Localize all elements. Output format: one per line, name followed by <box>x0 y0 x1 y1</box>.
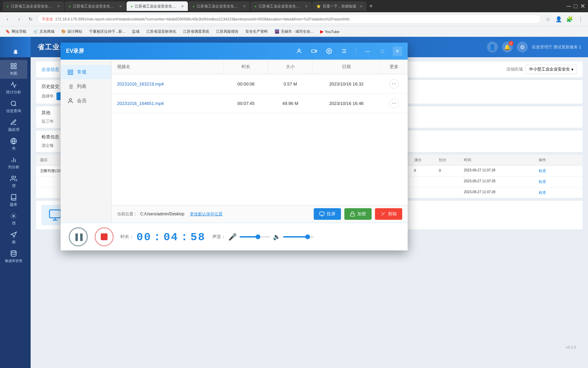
tab-6-close[interactable]: ✕ <box>360 4 362 8</box>
bookmark-youtube[interactable]: ▶ YouTube <box>317 29 342 35</box>
ev-dialog: EV录屏 — □ ✕ <box>61 43 408 250</box>
svg-rect-24 <box>68 70 70 72</box>
bookmark-star[interactable]: ☆ <box>543 14 553 24</box>
menu-icon[interactable]: ⋮ <box>576 14 585 24</box>
ev-file-size-2: 49.96 M <box>268 94 312 113</box>
bookmark-yancheng[interactable]: 盐城 <box>129 28 142 35</box>
bookmark-safety[interactable]: 安全生产资料 <box>243 28 271 35</box>
svg-point-18 <box>298 49 300 51</box>
bg-sidebar: 省工业 布图 统计分析 信息查询 题处理 布 <box>0 37 31 368</box>
ev-file-duration-2: 00:07:45 <box>224 94 268 113</box>
profile-icon[interactable]: 👤 <box>554 14 564 24</box>
sidebar-item-distribution: 布 <box>0 135 27 154</box>
ev-body: 常规 列表 会员 视频名 时长 大小 日期 更多 <box>61 60 408 223</box>
browser-minimize[interactable]: ─ <box>567 3 571 10</box>
svg-rect-0 <box>11 64 13 66</box>
new-tab-button[interactable]: + <box>367 3 375 10</box>
ev-file-area: 视频名 时长 大小 日期 更多 20231016_163219.mp4 00:0… <box>112 60 408 223</box>
sidebar-item-library: 题库 <box>0 191 27 210</box>
ev-file-more-2[interactable]: ··· <box>380 94 408 113</box>
ev-timer-label: 时长： <box>120 234 134 240</box>
sidebar-item-guide: 南 <box>0 229 27 247</box>
forward-button[interactable]: › <box>14 14 24 24</box>
sidebar-item-map: 布图 <box>0 60 27 79</box>
ev-stop-button[interactable] <box>95 227 114 246</box>
bookmark-standard[interactable]: 江苏省适宜标准化 <box>144 28 179 35</box>
svg-rect-19 <box>312 50 315 52</box>
sidebar-item-stats: 统计分析 <box>0 79 27 97</box>
ev-screen-button[interactable]: 投屏 <box>314 208 341 220</box>
ev-audio-section: 声音： 🎤 🔈 <box>212 233 314 241</box>
refresh-button[interactable]: ↻ <box>26 14 35 24</box>
back-button[interactable]: ‹ <box>3 14 12 24</box>
extensions-icon[interactable]: 🧩 <box>565 14 574 24</box>
ev-file-duration-1: 00:00:06 <box>224 74 268 93</box>
tab-2[interactable]: ● 江苏省工业企业安全生产风险报... ✕ <box>65 1 126 11</box>
address-text: 172.18.8.179:3991/risk-report-micro/#/st… <box>55 17 537 21</box>
ev-timer-section: 时长： 00：04：58 <box>120 229 206 244</box>
svg-rect-27 <box>71 73 73 75</box>
version-label: v4.2.0 <box>566 345 576 349</box>
tab-1-close[interactable]: ✕ <box>57 4 60 8</box>
sidebar-item-manage: 理 <box>0 172 27 191</box>
ev-mic-icon: 🎤 <box>228 233 237 241</box>
ev-menu-icon[interactable] <box>339 46 349 56</box>
ev-speaker-slider[interactable] <box>283 233 314 240</box>
tab-bar: ● 江苏省工业企业安全生产风险报... ✕ ● 江苏省工业企业安全生产风险报..… <box>0 0 588 12</box>
ev-th-date: 日期 <box>312 60 380 74</box>
browser-close[interactable]: ✕ <box>580 2 585 10</box>
tab-3-active[interactable]: ● 江苏省工业企业安全生产风险报... ✕ <box>127 1 188 11</box>
ev-file-more-1[interactable]: ··· <box>380 74 408 93</box>
ev-th-size: 大小 <box>268 60 312 74</box>
ev-nav-list[interactable]: 列表 <box>61 79 111 94</box>
ev-video-icon[interactable] <box>309 46 319 56</box>
svg-point-6 <box>11 138 17 144</box>
svg-rect-1 <box>14 64 16 66</box>
ev-nav-regular[interactable]: 常规 <box>61 65 111 79</box>
ev-encrypt-button[interactable]: 加密 <box>344 208 372 220</box>
tab-2-close[interactable]: ✕ <box>119 4 122 8</box>
address-bar[interactable]: 不安全 172.18.8.179:3991/risk-report-micro/… <box>37 14 541 24</box>
ev-file-row-1[interactable]: 20231016_163219.mp4 00:00:06 0.57 M 2023… <box>112 74 408 94</box>
ev-more-button-2[interactable]: ··· <box>389 98 399 108</box>
ev-change-path-link[interactable]: 更改默认保存位置 <box>190 211 223 217</box>
ev-edit-button[interactable]: 剪辑 <box>375 208 402 220</box>
ev-close-button[interactable]: ✕ <box>393 46 402 56</box>
svg-line-39 <box>382 213 385 215</box>
ev-maximize-button[interactable]: □ <box>378 46 387 56</box>
bookmark-nav[interactable]: 🔖 网址导航 <box>3 28 29 35</box>
ev-user-icon[interactable] <box>294 46 304 56</box>
ev-pause-button[interactable]: ❚❚ <box>69 227 88 246</box>
tab-4[interactable]: ● 江苏省工业企业安全生产风险报... ✕ <box>189 1 250 11</box>
ev-dialog-title: EV录屏 <box>66 48 294 55</box>
bookmarks-bar: 🔖 网址导航 🛒 京东商城 🎨 设计网站 宁夏枚区位待于...新... 盐城 江… <box>0 26 588 37</box>
bookmark-jd[interactable]: 🛒 京东商城 <box>31 28 57 35</box>
bookmark-wuxi[interactable]: 🌆 无锡市 - 城市生命... <box>272 28 316 35</box>
ev-minimize-button[interactable]: — <box>363 46 372 56</box>
ev-nav: 常规 列表 会员 <box>61 60 112 223</box>
ev-th-name: 视频名 <box>112 60 224 74</box>
ev-nav-member[interactable]: 会员 <box>61 94 111 108</box>
ev-recording-controls: ❚❚ 时长： 00：04：58 声音： 🎤 🔈 <box>61 223 408 250</box>
ev-settings-icon[interactable] <box>324 46 334 56</box>
ev-file-date-1: 2023/10/16 16:32 <box>312 74 380 93</box>
ev-file-row-2[interactable]: 20231016_164651.mp4 00:07:45 49.96 M 202… <box>112 94 408 113</box>
ev-mic-slider[interactable] <box>240 233 270 240</box>
ev-title-icons: — □ ✕ <box>294 46 402 56</box>
bookmark-risk[interactable]: 江苏风险报告 <box>213 28 241 35</box>
bookmark-ningxia[interactable]: 宁夏枚区位待于...新... <box>86 28 128 35</box>
ev-table-body: 20231016_163219.mp4 00:00:06 0.57 M 2023… <box>112 74 408 205</box>
browser-maximize[interactable]: □ <box>574 3 577 10</box>
svg-rect-3 <box>14 67 16 69</box>
tab-4-close[interactable]: ✕ <box>243 4 246 8</box>
bookmark-design[interactable]: 🎨 设计网站 <box>59 28 85 35</box>
bookmark-dispatch[interactable]: 江苏省调度系统 <box>180 28 212 35</box>
tab-3-close[interactable]: ✕ <box>181 4 184 8</box>
tab-5[interactable]: ● 江苏省工业企业安全生产风险报... ✕ <box>250 1 312 11</box>
ev-more-button-1[interactable]: ··· <box>389 79 399 89</box>
tab-5-close[interactable]: ✕ <box>305 4 308 8</box>
ev-table-header: 视频名 时长 大小 日期 更多 <box>112 60 408 74</box>
tab-1[interactable]: ● 江苏省工业企业安全生产风险报... ✕ <box>3 1 64 11</box>
tab-6[interactable]: ⭐ 百度一下，你就知道 ✕ <box>312 1 366 11</box>
ev-path-value: C:/Users/admin/Desktop <box>140 212 184 216</box>
